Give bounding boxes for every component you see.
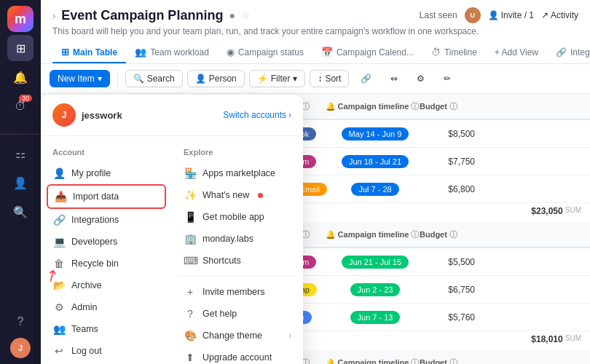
timeline-bell-icon-1: 🔔 — [326, 102, 336, 111]
sidebar-help-icon[interactable]: ? — [7, 309, 34, 335]
dropdown-item-developers[interactable]: 💻 Developers — [47, 231, 166, 253]
tab-team-workload[interactable]: 👥 Team workload — [126, 42, 218, 63]
main-table-icon: ⊞ — [61, 47, 69, 58]
page-header: › Event Campaign Planning ● ☆ Last seen … — [41, 0, 590, 64]
search-button[interactable]: 🔍 Search — [125, 70, 183, 87]
team-workload-icon: 👥 — [135, 47, 146, 58]
dropdown-item-profile[interactable]: 👤 My profile — [47, 162, 166, 184]
dropdown-item-whats-new[interactable]: ✨ What's new — [178, 184, 297, 206]
account-dropdown: J jesswork Switch accounts › Account 👤 M… — [41, 95, 303, 364]
whats-new-icon: ✨ — [184, 189, 197, 201]
tab-add-view[interactable]: + Add View — [486, 43, 547, 63]
dropdown-item-upgrade[interactable]: ⬆ Upgrade account — [178, 347, 297, 364]
toolbar: New Item ▾ 🔍 Search 👤 Person ⚡ Filter ▾ … — [41, 64, 590, 94]
col-header-budget-3: Budget ⓘ — [420, 357, 478, 365]
tab-campaign-status[interactable]: ◉ Campaign status — [218, 42, 312, 63]
timeline-cell: Jun 18 - Jul 21 — [328, 155, 422, 168]
star-icon[interactable]: ☆ — [241, 9, 251, 21]
edit-icon-button[interactable]: ✏ — [436, 71, 458, 87]
sidebar-boards-icon[interactable]: ⚏ — [7, 141, 34, 167]
activity-button[interactable]: ↗ Activity — [541, 10, 578, 20]
timeline-badge: Jul 7 - 28 — [351, 183, 398, 196]
budget-cell: $6,750 — [422, 285, 481, 295]
toolbar-divider-1 — [117, 71, 118, 86]
sidebar-grid-icon[interactable]: ⊞ — [7, 35, 34, 61]
search-icon: 🔍 — [133, 74, 144, 84]
teams-icon: 👥 — [52, 323, 66, 335]
tab-timeline[interactable]: ⏱ Timeline — [422, 42, 486, 63]
sidebar-home-icon[interactable]: m — [7, 6, 34, 32]
dropdown-item-help[interactable]: ? Get help — [178, 303, 297, 325]
dropdown-item-integrations[interactable]: 🔗 Integrations — [47, 209, 166, 231]
budget-cell: $5,760 — [422, 312, 481, 323]
help-icon: ? — [184, 308, 197, 320]
dropdown-username: jesswork — [82, 110, 122, 121]
col-header-budget-1: Budget ⓘ — [420, 101, 478, 112]
account-column: Account 👤 My profile 📥 Import data 🔗 Int… — [41, 142, 172, 364]
dropdown-item-mobile[interactable]: 📱 Get mobile app — [178, 206, 297, 228]
budget-info-icon-3[interactable]: ⓘ — [449, 357, 457, 365]
logout-icon: ↩ — [52, 345, 66, 357]
sidebar-people-icon[interactable]: 👤 — [7, 170, 34, 196]
dropdown-item-archive[interactable]: 📂 Archive — [47, 274, 166, 296]
options-icon-button[interactable]: ⚙ — [409, 71, 432, 87]
navigation-tabs: ⊞ Main Table 👥 Team workload ◉ Campaign … — [52, 42, 578, 63]
col-header-timeline-3: 🔔 Campaign timeline ⓘ — [325, 357, 420, 365]
admin-icon: ⚙ — [52, 301, 66, 313]
person-icon: 👤 — [195, 74, 206, 84]
timeline-info-icon-3[interactable]: ⓘ — [411, 357, 419, 365]
user-avatar[interactable]: J — [10, 338, 31, 358]
developers-icon: 💻 — [52, 236, 66, 248]
sort-button[interactable]: ↕ Sort — [310, 70, 349, 87]
dropdown-item-theme[interactable]: 🎨 Change theme › — [178, 325, 297, 347]
budget-info-icon-1[interactable]: ⓘ — [449, 101, 457, 112]
sidebar-bottom: ? J — [7, 309, 34, 358]
integrate-button[interactable]: 🔗 Integrate — [547, 43, 590, 63]
sidebar-search-icon[interactable]: 🔍 — [7, 199, 34, 225]
timeline-cell: Jul 7 - 28 — [328, 183, 422, 196]
new-item-button[interactable]: New Item ▾ — [50, 70, 110, 87]
recycle-icon: 🗑 — [52, 258, 66, 269]
group2-sum-value: $18,010 — [531, 334, 562, 344]
dropdown-item-logout[interactable]: ↩ Log out — [47, 340, 166, 362]
collapse-icon[interactable]: › — [52, 10, 55, 21]
timeline-info-icon-2[interactable]: ⓘ — [411, 229, 419, 240]
tab-campaign-calendar[interactable]: 📅 Campaign Calend... — [312, 42, 422, 63]
apps-icon: 🏪 — [184, 167, 197, 179]
invite-button[interactable]: 👤 Invite / 1 — [488, 10, 534, 20]
timeline-cell: Jun 21 - Jul 15 — [328, 256, 422, 269]
timeline-cell: Jun 7 - 13 — [328, 311, 422, 324]
sidebar-bell-icon[interactable]: 🔔 — [7, 64, 34, 90]
account-section-title: Account — [47, 145, 166, 159]
budget-info-icon-2[interactable]: ⓘ — [449, 229, 457, 240]
dropdown-user-info: J jesswork — [52, 103, 122, 127]
new-dot-indicator — [258, 193, 263, 198]
dropdown-item-labs[interactable]: 🏢 monday.labs — [178, 228, 297, 250]
tab-main-table[interactable]: ⊞ Main Table — [52, 42, 126, 63]
col-header-timeline-2: 🔔 Campaign timeline ⓘ — [325, 229, 420, 240]
sidebar-clock-icon[interactable]: ⏱ 30 — [7, 93, 34, 119]
status-dot-icon: ● — [229, 9, 235, 21]
import-icon: 📥 — [54, 191, 67, 202]
switch-accounts-button[interactable]: Switch accounts › — [223, 110, 291, 120]
budget-cell: $5,500 — [422, 257, 481, 267]
integrations-icon: 🔗 — [52, 214, 66, 226]
dropdown-item-import[interactable]: 📥 Import data — [47, 184, 166, 209]
link-icon-button[interactable]: 🔗 — [353, 71, 379, 87]
dropdown-item-recycle[interactable]: 🗑 Recycle bin — [47, 253, 166, 274]
theme-icon: 🎨 — [184, 330, 197, 341]
dropdown-item-teams[interactable]: 👥 Teams — [47, 318, 166, 340]
invite-icon: + — [184, 286, 197, 298]
dropdown-item-apps[interactable]: 🏪 Apps marketplace — [178, 162, 297, 184]
dropdown-item-invite[interactable]: + Invite members — [178, 281, 297, 303]
dropdown-item-admin[interactable]: ⚙ Admin — [47, 296, 166, 318]
campaign-status-icon: ◉ — [227, 47, 235, 58]
timeline-bell-icon-3: 🔔 — [326, 358, 336, 365]
filter-button[interactable]: ⚡ Filter ▾ — [249, 70, 306, 87]
timeline-bell-icon-2: 🔔 — [326, 230, 336, 240]
dropdown-item-shortcuts[interactable]: ⌨ Shortcuts — [178, 250, 297, 272]
person-button[interactable]: 👤 Person — [187, 70, 245, 87]
timeline-info-icon-1[interactable]: ⓘ — [411, 101, 419, 112]
labs-icon: 🏢 — [184, 233, 197, 245]
collapse-icon-button[interactable]: ⇔ — [383, 71, 405, 87]
